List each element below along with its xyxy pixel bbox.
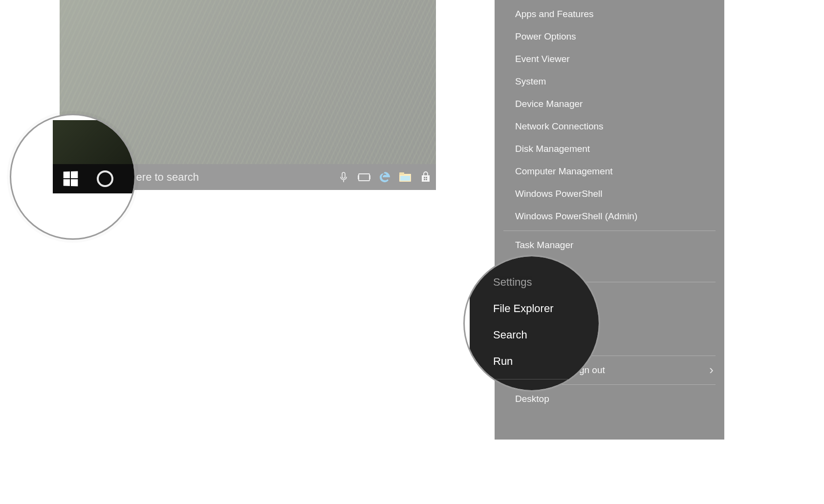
store-icon[interactable] — [415, 164, 436, 190]
menu-item-powershell[interactable]: Windows PowerShell — [495, 183, 724, 205]
svg-rect-6 — [400, 176, 410, 181]
svg-rect-1 — [359, 174, 369, 181]
file-explorer-icon[interactable] — [395, 164, 415, 190]
task-view-icon[interactable] — [354, 164, 374, 190]
magnifier-right: Settings File Explorer Search Run — [463, 255, 600, 392]
svg-rect-3 — [369, 175, 370, 179]
menu-item-network-connections[interactable]: Network Connections — [495, 115, 724, 138]
menu-item-system[interactable]: System — [495, 70, 724, 93]
menu-item-task-manager[interactable]: Task Manager — [495, 234, 724, 256]
menu-item-disk-management[interactable]: Disk Management — [495, 138, 724, 160]
menu-item-powershell-admin[interactable]: Windows PowerShell (Admin) — [495, 205, 724, 228]
start-button[interactable] — [53, 164, 88, 193]
windows-logo-icon — [64, 171, 78, 186]
menu-item-file-explorer[interactable]: File Explorer — [493, 302, 600, 315]
menu-item-power-options[interactable]: Power Options — [495, 25, 724, 48]
svg-rect-5 — [399, 172, 404, 175]
svg-rect-8 — [426, 177, 427, 178]
search-input[interactable]: e here to search — [121, 171, 333, 184]
menu-item-search[interactable]: Search — [493, 329, 600, 341]
menu-separator — [503, 231, 716, 231]
menu-item-apps-features[interactable]: Apps and Features — [495, 3, 724, 25]
menu-item-device-manager[interactable]: Device Manager — [495, 93, 724, 115]
svg-rect-10 — [426, 179, 427, 180]
microphone-icon[interactable] — [333, 164, 354, 190]
cortana-icon[interactable] — [97, 170, 113, 187]
svg-rect-0 — [342, 172, 345, 178]
menu-item-computer-management[interactable]: Computer Management — [495, 160, 724, 183]
svg-rect-7 — [424, 177, 425, 178]
menu-item-event-viewer[interactable]: Event Viewer — [495, 48, 724, 70]
magnifier-left — [10, 114, 136, 240]
svg-rect-2 — [358, 175, 359, 179]
magnified-taskbar — [53, 164, 136, 193]
svg-rect-9 — [424, 179, 425, 180]
edge-icon[interactable] — [374, 164, 395, 190]
menu-item-run[interactable]: Run — [493, 355, 600, 368]
